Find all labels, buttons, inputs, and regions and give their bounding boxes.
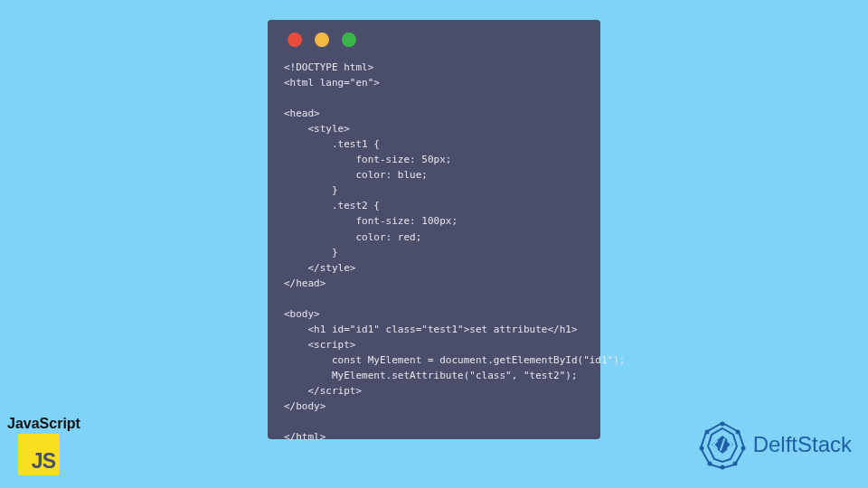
delftstack-text: DelftStack	[753, 432, 852, 457]
svg-point-11	[707, 462, 712, 466]
minimize-icon	[315, 33, 329, 47]
code-window: <!DOCTYPE html> <html lang="en"> <head> …	[268, 20, 600, 439]
javascript-badge: JavaScript JS	[7, 416, 80, 475]
svg-point-10	[732, 462, 737, 466]
window-traffic-lights	[288, 33, 584, 47]
svg-point-5	[741, 446, 745, 451]
javascript-label: JavaScript	[7, 416, 80, 432]
svg-point-9	[704, 430, 709, 435]
svg-point-6	[699, 446, 703, 451]
delftstack-logo-icon	[697, 419, 748, 470]
maximize-icon	[342, 33, 356, 47]
javascript-logo-text: JS	[32, 449, 55, 474]
close-icon	[288, 33, 302, 47]
svg-point-7	[720, 465, 724, 470]
svg-point-8	[735, 430, 740, 435]
javascript-logo-icon: JS	[18, 434, 60, 475]
delftstack-branding: DelftStack	[697, 419, 852, 470]
code-content: <!DOCTYPE html> <html lang="en"> <head> …	[284, 60, 584, 445]
svg-point-4	[720, 422, 724, 427]
